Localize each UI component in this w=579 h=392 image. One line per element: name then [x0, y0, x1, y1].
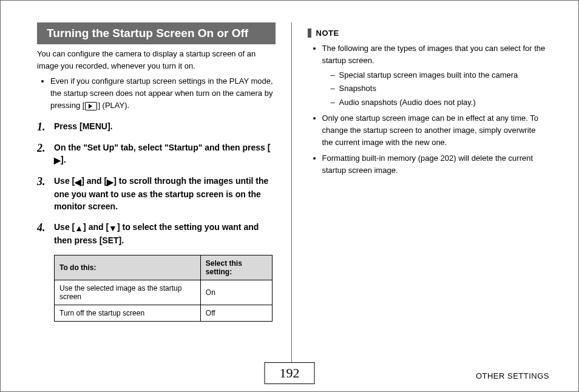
table-row: Use the selected image as the startup sc…: [55, 280, 273, 305]
step-3: Use [◀] and [▶] to scroll through the im…: [37, 175, 276, 212]
two-column-layout: Turning the Startup Screen On or Off You…: [20, 22, 559, 362]
step-2: On the "Set Up" tab, select "Startup" an…: [37, 141, 276, 167]
note-heading: NOTE: [308, 29, 546, 38]
page-number: 192: [265, 362, 315, 384]
settings-table: To do this: Select this setting: Use the…: [54, 255, 273, 322]
play-icon: [85, 102, 97, 110]
right-triangle-icon: ▶: [54, 154, 61, 166]
note-subitem: Audio snapshots (Audio does not play.): [331, 96, 546, 109]
table-row: Turn off the startup screen Off: [55, 305, 273, 322]
right-triangle-icon: ▶: [107, 176, 113, 188]
footer-section-label: OTHER SETTINGS: [476, 371, 549, 380]
step-4-pre: Use [: [54, 222, 75, 232]
intro-bullet-text-post: ] (PLAY).: [98, 101, 129, 110]
intro-bullet-list: Even if you configure startup screen set…: [37, 75, 276, 112]
table-header-setting: Select this setting:: [200, 255, 272, 280]
intro-bullet-text-pre: Even if you configure startup screen set…: [50, 76, 273, 110]
step-2-pre: On the "Set Up" tab, select "Startup" an…: [54, 143, 270, 152]
step-list: Press [MENU]. On the "Set Up" tab, selec…: [37, 120, 276, 246]
note-item: Formatting built-in memory (page 202) wi…: [322, 152, 546, 177]
down-triangle-icon: ▼: [109, 222, 117, 234]
step-1: Press [MENU].: [37, 120, 276, 132]
table-cell-setting: On: [200, 280, 272, 305]
table-header-row: To do this: Select this setting:: [55, 255, 273, 280]
step-4: Use [▲] and [▼] to select the setting yo…: [37, 221, 276, 246]
step-3-pre: Use [: [54, 176, 75, 186]
note-item-text: The following are the types of images th…: [322, 44, 546, 65]
manual-page: Turning the Startup Screen On or Off You…: [0, 0, 579, 392]
note-item: Only one startup screen image can be in …: [322, 112, 546, 149]
note-item: The following are the types of images th…: [322, 42, 546, 109]
step-2-post: ].: [61, 155, 66, 164]
table-cell-setting: Off: [200, 305, 272, 322]
step-3-mid: ] and [: [81, 176, 107, 186]
left-triangle-icon: ◀: [75, 176, 81, 188]
table-cell-action: Use the selected image as the startup sc…: [55, 280, 201, 305]
note-list: The following are the types of images th…: [308, 42, 546, 177]
note-sublist: Special startup screen images built into…: [322, 69, 546, 108]
right-column: NOTE The following are the types of imag…: [292, 22, 560, 362]
note-subitem: Snapshots: [331, 83, 546, 95]
note-subitem: Special startup screen images built into…: [331, 69, 546, 81]
up-triangle-icon: ▲: [75, 222, 83, 234]
table-header-action: To do this:: [55, 255, 201, 280]
section-heading: Turning the Startup Screen On or Off: [37, 22, 276, 44]
table-cell-action: Turn off the startup screen: [55, 305, 201, 322]
step-4-mid: ] and [: [83, 222, 109, 232]
intro-bullet: Even if you configure startup screen set…: [50, 75, 276, 112]
intro-paragraph: You can configure the camera to display …: [37, 48, 276, 72]
left-column: Turning the Startup Screen On or Off You…: [20, 22, 292, 362]
